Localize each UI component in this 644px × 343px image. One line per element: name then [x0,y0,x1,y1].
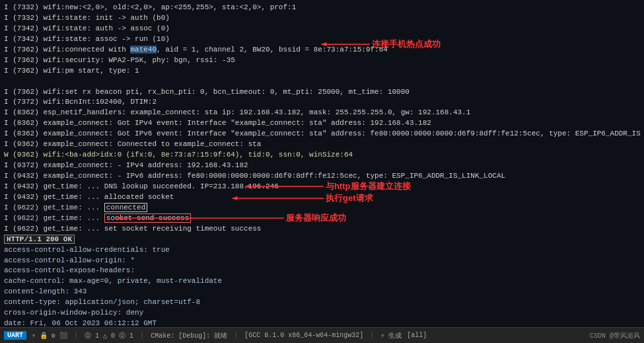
log-line: access-control-expose-headers: [4,266,640,276]
status-icons: ⚡ 🔒 ⚙ ⬛ [32,332,67,340]
log-line: I (7332) wifi:new:<2,0>, old:<2,0>, ap:<… [4,3,640,13]
log-line: I (9372) example_connect: - IPv4 address… [4,161,640,171]
log-line: I (7362) wifi:connected with mate40, aid… [4,45,640,56]
log-line: I (8362) example_connect: Got IPv4 event… [4,118,640,129]
error-count: ⓪ 1 △ 0 ⓪ 1 [85,331,133,340]
log-line: HTTP/1.1 200 OK [4,235,640,245]
log-line: access-control-allow-credentials: true [4,245,640,256]
log-line: I (9432) get_time: ... DNS lookup succee… [4,182,640,192]
cmake-status: CMake: [Debug]: 就绪 [151,331,227,340]
log-line: I (9622) get_time: ... connected [4,203,640,213]
log-line: access-control-allow-origin: * [4,256,640,266]
log-line: I (7362) wifi:set rx beacon pti, rx_bcn_… [4,87,640,98]
log-line: I (7372) wifi:BcnInt:102400, DTIM:2 [4,97,640,108]
log-line: cross-origin-window-policy: deny [4,308,640,319]
status-sep4: | [370,332,374,339]
log-line: I (8362) example_connect: Got IPv6 event… [4,129,640,139]
status-sep: | [74,332,78,339]
log-line: date: Fri, 06 Oct 2023 06:12:12 GMT [4,319,640,327]
log-line: content-type: application/json; charset=… [4,297,640,308]
log-line [4,77,640,87]
log-line: I (9432) get_time: ... allocated socket [4,192,640,203]
status-sep2: | [140,332,144,339]
log-line: I (8362) esp_netif_handlers: example_con… [4,108,640,118]
terminal-area: I (7332) wifi:new:<2,0>, old:<2,0>, ap:<… [0,0,644,327]
log-line: I (7342) wifi:state: assoc -> run (10) [4,34,640,45]
log-line: I (9622) get_time: ... set socket receiv… [4,224,640,235]
log-line: I (9362) example_connect: Connected to e… [4,139,640,150]
log-line: content-length: 343 [4,287,640,297]
status-sep3: | [234,332,238,339]
gcc-info: [GCC 8.1.0 x86_64-w64-mingw32] [244,332,363,339]
log-line: I (7332) wifi:state: init -> auth (b0) [4,13,640,24]
log-line: I (9432) example_connect: - IPv6 address… [4,171,640,182]
log-line: I (7362) wifi:security: WPA2-PSK, phy: b… [4,56,640,66]
log-line: I (7342) wifi:state: auth -> assoc (0) [4,24,640,34]
statusbar: UART ⚡ 🔒 ⚙ ⬛ | ⓪ 1 △ 0 ⓪ 1 | CMake: [Deb… [0,327,644,343]
log-line: I (7362) wifi:pm start, type: 1 [4,66,640,77]
log-line: I (9622) get_time: ... socket send succe… [4,213,640,224]
brand-label: CSDN @带风追风 [590,331,640,340]
log-line: W (9362) wifi:<ba-add>idx:0 (ifx:0, 8e:7… [4,150,640,161]
build-btn[interactable]: ⚡ 生成 [380,331,402,340]
uart-label[interactable]: UART [4,331,26,340]
all-label: [all] [407,332,427,339]
log-line: cache-control: max-age=0, private, must-… [4,276,640,287]
